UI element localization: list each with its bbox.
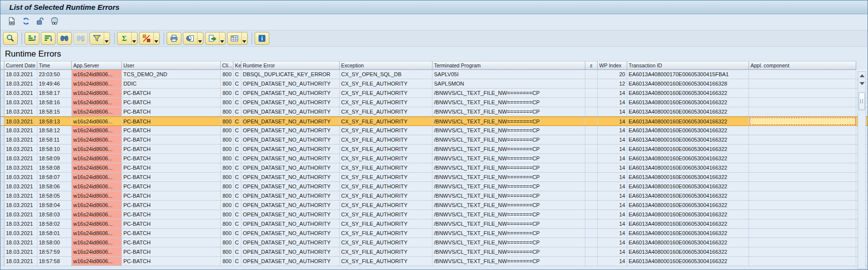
cell-user[interactable]: TCS_DEMO_2ND [122, 70, 221, 79]
cell-epsilon[interactable] [585, 89, 598, 97]
refresh-button[interactable] [21, 17, 31, 28]
cell-txid[interactable]: EA6013A408000160E006053004166322 [627, 191, 749, 200]
cell-user[interactable]: PC-BATCH [122, 229, 221, 238]
cell-wp[interactable]: 14 [598, 219, 627, 228]
row-selector[interactable] [0, 107, 4, 116]
cell-cli[interactable]: 800 [221, 229, 233, 238]
cell-ke[interactable]: C [233, 163, 241, 172]
cell-ke[interactable]: C [233, 247, 241, 256]
dropdown-arrow-icon[interactable] [131, 32, 137, 44]
print-button[interactable] [167, 32, 181, 45]
cell-exception[interactable]: CX_SY_FILE_AUTHORITY [340, 182, 433, 191]
vertical-scrollbar[interactable] [858, 71, 866, 269]
cell-server[interactable]: w16s24id8606... [72, 117, 122, 125]
cell-ke[interactable]: C [233, 117, 241, 125]
cell-server[interactable]: w16s24id8606... [72, 173, 122, 181]
column-header-appl[interactable]: Appl. component [749, 61, 856, 70]
cell-error[interactable]: OPEN_DATASET_NO_AUTHORITY [241, 126, 340, 135]
cell-error[interactable]: OPEN_DATASET_NO_AUTHORITY [241, 247, 340, 256]
cell-date[interactable]: 18.03.2021 [4, 89, 37, 97]
cell-time[interactable]: 18:58:03 [37, 210, 72, 219]
cell-txid[interactable]: EA6013A408000160E006053004166328 [627, 79, 749, 88]
cell-error[interactable]: OPEN_DATASET_NO_AUTHORITY [241, 135, 340, 144]
cell-server[interactable]: w16s24id8606... [72, 238, 122, 247]
cell-txid[interactable]: EA6013A408000160E006053004166322 [627, 145, 749, 153]
cell-cli[interactable]: 800 [221, 126, 233, 135]
dropdown-arrow-icon[interactable] [104, 32, 110, 44]
cell-user[interactable]: PC-BATCH [122, 117, 221, 125]
cell-user[interactable]: PC-BATCH [122, 219, 221, 228]
cell-program[interactable]: /BNWVS/CL_TEXT_FILE_NW========CP [433, 201, 585, 210]
cell-appl[interactable] [749, 229, 856, 238]
cell-epsilon[interactable] [585, 247, 598, 256]
cell-ke[interactable]: C [233, 173, 241, 181]
cell-epsilon[interactable] [585, 117, 598, 125]
cell-cli[interactable]: 800 [221, 247, 233, 256]
cell-error[interactable]: OPEN_DATASET_NO_AUTHORITY [241, 98, 340, 107]
cell-cli[interactable]: 800 [221, 70, 233, 79]
cell-cli[interactable]: 800 [221, 219, 233, 228]
cell-exception[interactable]: CX_SY_FILE_AUTHORITY [340, 135, 433, 144]
cell-txid[interactable]: EA6013A408000160E006053004166322 [627, 89, 749, 97]
cell-appl[interactable] [749, 107, 856, 116]
cell-cli[interactable]: 800 [221, 117, 233, 125]
cell-server[interactable]: w16s24id8606... [72, 191, 122, 200]
cell-server[interactable]: w16s24id8606... [72, 126, 122, 135]
row-selector[interactable] [0, 210, 4, 219]
row-selector[interactable] [0, 154, 4, 163]
cell-error[interactable]: OPEN_DATASET_NO_AUTHORITY [241, 219, 340, 228]
cell-cli[interactable]: 800 [221, 135, 233, 144]
sort-descending-button[interactable] [41, 32, 56, 45]
cell-epsilon[interactable] [585, 145, 598, 153]
row-selector[interactable] [0, 98, 4, 107]
row-selector-header[interactable] [0, 61, 4, 70]
cell-server[interactable]: w16s24id8606... [72, 210, 122, 219]
row-selector[interactable] [0, 117, 4, 125]
cell-epsilon[interactable] [585, 163, 598, 172]
cell-txid[interactable]: EA6013A408000160E006053004166322 [627, 98, 749, 107]
cell-exception[interactable]: CX_SY_FILE_AUTHORITY [340, 210, 433, 219]
cell-time[interactable]: 18:58:11 [37, 135, 72, 144]
column-header-program[interactable]: Terminated Program [433, 61, 585, 70]
cell-program[interactable]: /BNWVS/CL_TEXT_FILE_NW========CP [433, 238, 585, 247]
cell-epsilon[interactable] [585, 79, 598, 88]
cell-wp[interactable]: 14 [598, 182, 627, 191]
scroll-down-button[interactable] [858, 80, 866, 88]
cell-error[interactable]: OPEN_DATASET_NO_AUTHORITY [241, 79, 340, 88]
row-selector[interactable] [0, 238, 4, 247]
dropdown-arrow-icon[interactable] [197, 32, 203, 44]
column-header-cli[interactable]: Cli... [221, 61, 233, 70]
cell-program[interactable]: /BNWVS/CL_TEXT_FILE_NW========CP [433, 154, 585, 163]
cell-appl[interactable] [749, 173, 856, 181]
cell-user[interactable]: PC-BATCH [122, 154, 221, 163]
cell-program[interactable]: SAPLV05I [433, 70, 585, 79]
cell-time[interactable]: 18:58:10 [37, 145, 72, 153]
cell-user[interactable]: PC-BATCH [122, 126, 221, 135]
cell-server[interactable]: w16s24id8606... [72, 247, 122, 256]
cell-date[interactable]: 18.03.2021 [4, 238, 37, 247]
cell-ke[interactable]: C [233, 238, 241, 247]
cell-server[interactable]: w16s24id8606... [72, 98, 122, 107]
cell-error[interactable]: OPEN_DATASET_NO_AUTHORITY [241, 107, 340, 116]
cell-wp[interactable]: 14 [598, 89, 627, 97]
cell-server[interactable]: w16s24id8606... [72, 145, 122, 153]
cell-user[interactable]: PC-BATCH [122, 98, 221, 107]
find-button[interactable] [57, 32, 72, 45]
cell-date[interactable]: 18.03.2021 [4, 210, 37, 219]
cell-ke[interactable]: C [233, 210, 241, 219]
sort-ascending-button[interactable] [25, 32, 39, 45]
cell-epsilon[interactable] [585, 70, 598, 79]
cell-epsilon[interactable] [585, 257, 598, 266]
cell-exception[interactable]: CX_SY_FILE_AUTHORITY [340, 107, 433, 116]
cell-txid[interactable]: EA6013A408000160E006053004166322 [627, 182, 749, 191]
cell-appl[interactable] [749, 210, 856, 219]
cell-epsilon[interactable] [585, 191, 598, 200]
cell-date[interactable]: 18.03.2021 [4, 257, 37, 266]
cell-error[interactable]: OPEN_DATASET_NO_AUTHORITY [241, 117, 340, 125]
cell-program[interactable]: /BNWVS/CL_TEXT_FILE_NW========CP [433, 117, 585, 125]
cell-exception[interactable]: CX_SY_FILE_AUTHORITY [340, 257, 433, 266]
row-selector[interactable] [0, 163, 4, 172]
cell-ke[interactable]: C [233, 229, 241, 238]
cell-user[interactable]: PC-BATCH [122, 107, 221, 116]
cell-time[interactable]: 18:58:08 [37, 163, 72, 172]
